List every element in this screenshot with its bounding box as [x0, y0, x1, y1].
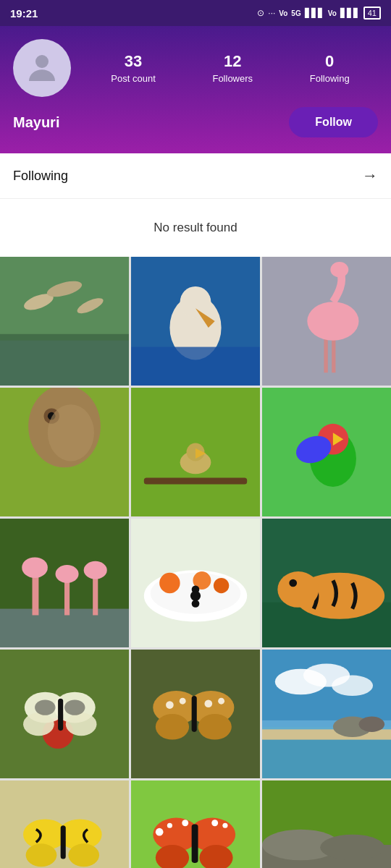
svg-rect-39 — [131, 519, 260, 647]
svg-point-40 — [144, 570, 247, 621]
svg-point-42 — [159, 573, 180, 593]
following-stat: 0 Following — [310, 52, 350, 83]
svg-rect-81 — [0, 780, 129, 868]
svg-rect-71 — [192, 696, 197, 732]
status-bar: 19:21 ⊙ ··· Vo 5G ▋▋▋ Vo ▋▋▋ 41 — [0, 0, 391, 26]
grid-item-8[interactable] — [131, 519, 260, 647]
svg-point-28 — [318, 424, 349, 455]
svg-point-82 — [23, 819, 67, 850]
svg-marker-30 — [333, 433, 343, 446]
grid-item-6[interactable] — [262, 388, 391, 516]
photo-7-image — [0, 519, 129, 647]
svg-point-44 — [214, 578, 229, 593]
photo-10-image — [0, 650, 129, 778]
grid-item-1[interactable] — [0, 257, 129, 386]
photo-13-image — [0, 780, 129, 868]
svg-rect-61 — [58, 699, 63, 731]
svg-point-17 — [28, 388, 101, 467]
svg-rect-53 — [0, 650, 129, 778]
svg-rect-22 — [144, 478, 247, 485]
svg-point-45 — [192, 586, 200, 594]
profile-header: 33 Post count 12 Followers 0 Following M… — [0, 26, 391, 153]
no-result-message: No result found — [0, 199, 391, 257]
svg-rect-87 — [131, 780, 260, 868]
stats-row: 33 Post count 12 Followers 0 Following — [83, 52, 378, 83]
svg-rect-73 — [262, 727, 391, 778]
svg-rect-31 — [0, 519, 129, 647]
svg-point-5 — [75, 295, 106, 316]
followers-stat: 12 Followers — [212, 52, 253, 83]
grid-item-14[interactable] — [131, 780, 260, 868]
volte-icon: Vo — [279, 9, 287, 17]
profile-bottom: Mayuri Follow — [13, 107, 378, 137]
svg-rect-1 — [0, 257, 129, 386]
svg-rect-35 — [64, 576, 70, 615]
svg-rect-62 — [131, 650, 260, 778]
svg-point-95 — [222, 823, 227, 828]
svg-point-55 — [25, 692, 66, 723]
following-section[interactable]: Following → — [0, 153, 391, 199]
svg-rect-48 — [262, 519, 391, 647]
signal-icon: ▋▋▋ — [305, 8, 324, 18]
svg-rect-11 — [262, 257, 391, 386]
svg-point-0 — [35, 55, 49, 68]
grid-item-3[interactable] — [262, 257, 391, 386]
photo-15-image — [262, 780, 391, 868]
svg-point-84 — [26, 843, 57, 867]
svg-rect-37 — [93, 573, 98, 616]
grid-item-5[interactable] — [131, 388, 260, 516]
more-icon: ··· — [268, 8, 275, 18]
photo-9-image — [262, 519, 391, 647]
svg-point-20 — [48, 404, 94, 461]
photo-2-image — [131, 257, 260, 386]
volte2-icon: Vo — [328, 9, 337, 17]
svg-rect-99 — [262, 845, 391, 868]
grid-item-11[interactable] — [131, 650, 260, 778]
photo-6-image — [262, 388, 391, 516]
svg-point-19 — [48, 412, 56, 420]
svg-point-63 — [153, 691, 199, 724]
svg-point-56 — [54, 692, 96, 723]
photo-4-image — [0, 388, 129, 516]
grid-item-15[interactable] — [262, 780, 391, 868]
grid-item-9[interactable] — [262, 519, 391, 647]
svg-rect-49 — [262, 603, 391, 647]
svg-point-60 — [64, 699, 85, 715]
grid-item-2[interactable] — [131, 257, 260, 386]
svg-rect-72 — [262, 650, 391, 778]
svg-rect-98 — [262, 780, 391, 868]
svg-point-57 — [23, 712, 54, 736]
svg-rect-86 — [61, 825, 66, 859]
follow-button[interactable]: Follow — [289, 107, 378, 137]
svg-point-52 — [289, 579, 297, 587]
svg-point-76 — [303, 664, 350, 687]
svg-point-89 — [189, 818, 235, 851]
user-icon — [22, 48, 62, 88]
svg-point-69 — [204, 699, 212, 707]
status-icons: ⊙ ··· Vo 5G ▋▋▋ Vo ▋▋▋ 41 — [257, 7, 381, 20]
grid-item-7[interactable] — [0, 519, 129, 647]
photo-11-image — [131, 650, 260, 778]
no-result-text: No result found — [154, 221, 237, 234]
svg-point-93 — [167, 823, 172, 828]
grid-item-10[interactable] — [0, 650, 129, 778]
svg-point-77 — [332, 676, 373, 696]
svg-point-92 — [156, 828, 164, 836]
photo-14-image — [131, 780, 260, 868]
svg-point-23 — [180, 451, 211, 474]
arrow-right-icon: → — [362, 166, 378, 185]
svg-rect-12 — [324, 334, 327, 373]
grid-item-12[interactable] — [262, 650, 391, 778]
svg-rect-78 — [262, 729, 391, 739]
svg-point-15 — [330, 262, 348, 277]
svg-point-94 — [182, 820, 188, 826]
svg-rect-13 — [332, 334, 335, 373]
photo-8-image — [131, 519, 260, 647]
svg-point-96 — [211, 820, 218, 826]
grid-item-4[interactable] — [0, 388, 129, 516]
svg-point-68 — [180, 698, 186, 705]
grid-item-13[interactable] — [0, 780, 129, 868]
svg-point-64 — [188, 691, 234, 724]
svg-rect-97 — [192, 825, 198, 863]
svg-point-36 — [56, 565, 79, 583]
